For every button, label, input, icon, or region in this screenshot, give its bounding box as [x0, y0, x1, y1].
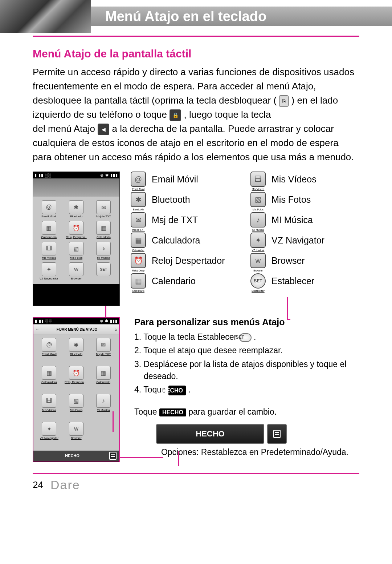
shortcut-legend-label: Establecer — [271, 276, 314, 286]
establecer-icon: SETEstablecer — [250, 273, 266, 289]
shortcut-item[interactable]: @Email Móvil — [36, 200, 62, 218]
shortcut-legend-row: ♪MI MúsicaMI Música — [250, 212, 359, 227]
menu-button-small[interactable] — [109, 452, 117, 459]
shortcut-item[interactable]: ▦Calculadora — [36, 366, 62, 391]
shortcut-icon: ▦ — [96, 221, 111, 235]
icon-sublabel: Email Móvi — [131, 188, 145, 190]
intro-text-3: , luego toque la tecla — [184, 109, 271, 120]
shortcut-item[interactable]: @Email Móvil — [36, 338, 62, 363]
step-1-text: 1. Toque la tecla Establecer — [134, 332, 239, 342]
shortcut-label: Mis Videos — [42, 408, 56, 412]
shortcut-label: Msj de TXT — [96, 352, 111, 356]
shortcut-label: VZ Navegador — [40, 277, 58, 280]
shortcut-label: Email Móvil — [41, 215, 56, 218]
intro-paragraph: Permite un acceso rápido y directo a var… — [33, 65, 359, 164]
shortcut-legend-label: Calendario — [152, 276, 196, 286]
page-footer: 24 Dare — [0, 474, 392, 496]
set-chip-icon: SET — [239, 333, 252, 342]
back-arrow-icon: ← — [36, 327, 39, 331]
shortcut-label: Mis Fotos — [70, 256, 83, 259]
shortcut-item[interactable]: ✦VZ Navegador — [36, 422, 62, 447]
hecho-chip-icon-2: HECHO — [159, 408, 186, 416]
shortcut-icon: ✉ — [96, 338, 111, 352]
shortcut-legend-label: MI Música — [271, 215, 313, 225]
shortcut-item[interactable]: wBrowser — [63, 262, 89, 280]
shortcut-item[interactable]: wBrowser — [64, 422, 89, 447]
shortcut-legend-label: Reloj Despertador — [152, 255, 225, 266]
shortcut-legend-row: SETEstablecerEstablecer — [250, 273, 359, 289]
shortcut-icon: ▧ — [69, 242, 83, 255]
shortcut-icon: ✦ — [42, 262, 56, 276]
shortcut-icon: @ — [42, 338, 56, 352]
customize-section: ▮ ▮▮ ░░⊕ ✱ ▮▮▮ ← FIJAR MENÚ DE ATAJO ⌂ @… — [33, 317, 359, 462]
email-movil-icon: @Email Móvi — [131, 172, 146, 187]
shortcut-label: Calculadora — [41, 380, 57, 384]
shortcut-column-1: @Email MóviEmail Móvil✱BluetoothBluetoot… — [131, 172, 240, 306]
shortcut-icon: ⏰ — [69, 221, 83, 235]
calculadora-icon: ▦Calculador — [131, 233, 146, 248]
customize-title: Para personalizar sus menús Atajo — [134, 317, 359, 327]
shortcut-item[interactable]: ✱Bluetooth — [64, 338, 89, 363]
shortcut-item[interactable]: ▧Mis Fotos — [63, 242, 89, 259]
shortcut-icon: 🎞 — [42, 394, 56, 408]
icon-sublabel: Bluetooth — [131, 208, 145, 211]
icon-sublabel: VZ Navigat — [251, 249, 265, 251]
hecho-button[interactable]: HECHO — [156, 424, 264, 444]
hecho-chip-icon: HECHO — [168, 386, 186, 395]
shortcut-legend-row: ▦CalendarioCalendario — [131, 273, 240, 289]
intro-text-4: del menú Atajo — [33, 123, 98, 134]
step-1-end: . — [254, 332, 256, 342]
shortcut-item[interactable]: ✉Msj de TXT — [91, 200, 117, 218]
shortcut-legend-label: Email Móvil — [152, 174, 198, 185]
shortcut-item[interactable]: 🎞Mis Videos — [36, 242, 62, 259]
options-label: Opciones: Restablezca en Predeterminado/… — [134, 447, 359, 457]
step-3: 3. Desplácese por la lista de atajos dis… — [134, 358, 359, 383]
shortcut-icon: ✉ — [96, 200, 111, 214]
menu-icon — [273, 430, 281, 438]
icon-sublabel: Mis Fotos — [251, 208, 265, 211]
shortcut-legend-row: ▧Mis FotosMis Fotos — [250, 192, 359, 207]
shortcut-label: Bluetooth — [70, 352, 82, 356]
shortcut-item[interactable]: ♪Mi Música — [91, 242, 117, 259]
edit-header-title: FIJAR MENÚ DE ATAJO — [57, 327, 98, 331]
menu-button[interactable] — [267, 424, 287, 444]
shortcut-item[interactable]: ✱Bluetooth — [63, 200, 89, 218]
shortcut-legend-row: ▦CalculadorCalculadora — [131, 233, 240, 248]
mi-musica-icon: ♪MI Música — [250, 212, 266, 227]
shortcut-label: Mi Música — [97, 408, 110, 412]
shortcut-item[interactable]: ⏰Reloj Desperta.. — [63, 221, 89, 239]
shortcut-label: Browser — [71, 277, 81, 280]
shortcut-label: Calendario — [97, 235, 111, 239]
shortcut-legend-label: Msj de TXT — [152, 215, 198, 225]
shortcut-label: Msj de TXT — [96, 215, 111, 218]
shortcut-item[interactable]: 🎞Mis Videos — [36, 394, 62, 419]
hecho-button-small[interactable]: HECHO — [36, 454, 109, 458]
bluetooth-icon: ✱Bluetooth — [131, 192, 146, 207]
shortcut-item[interactable]: ✉Msj de TXT — [90, 338, 116, 363]
icon-sublabel: Calculador — [131, 249, 145, 251]
shortcut-item[interactable]: SET — [91, 262, 117, 280]
shortcut-item[interactable]: ▦Calendario — [90, 366, 116, 391]
shortcut-item[interactable]: ▧Mis Fotos — [64, 394, 89, 419]
shortcut-item[interactable]: ⏰Reloj Despertador — [64, 366, 89, 391]
shortcut-item[interactable]: ✦VZ Navegador — [36, 262, 62, 280]
page-header: Menú Atajo en el teclado — [0, 0, 392, 33]
mis-videos-icon: 🎞Mis Vídeos — [250, 172, 266, 187]
header-photo — [0, 0, 91, 33]
shortcut-legend-row: ✱BluetoothBluetooth — [131, 192, 240, 207]
shortcut-icon: ▧ — [69, 394, 83, 408]
shortcut-label: VZ Navegador — [40, 436, 59, 440]
icon-sublabel: Reloj Desp — [131, 269, 145, 272]
shortcut-icon: ▦ — [42, 221, 56, 235]
shortcut-legend-row: ✉Msj de TXTMsj de TXT — [131, 212, 240, 227]
shortcut-label: Mis Fotos — [70, 408, 83, 412]
mis-fotos-icon: ▧Mis Fotos — [250, 192, 266, 207]
section-title: Menú Atajo de la pantalla táctil — [33, 48, 359, 60]
icon-sublabel: Establecer — [251, 290, 265, 292]
connector-edit-to-hecho — [120, 457, 163, 458]
msj-txt-icon: ✉Msj de TXT — [131, 212, 146, 227]
status-bar: ▮ ▮▮ ░░⊕ ✱ ▮▮▮ — [33, 172, 119, 178]
shortcut-legend-row: @Email MóviEmail Móvil — [131, 172, 240, 187]
shortcut-item[interactable]: ▦Calendario — [91, 221, 117, 239]
shortcut-item[interactable]: ▦Calculadora — [36, 221, 62, 239]
